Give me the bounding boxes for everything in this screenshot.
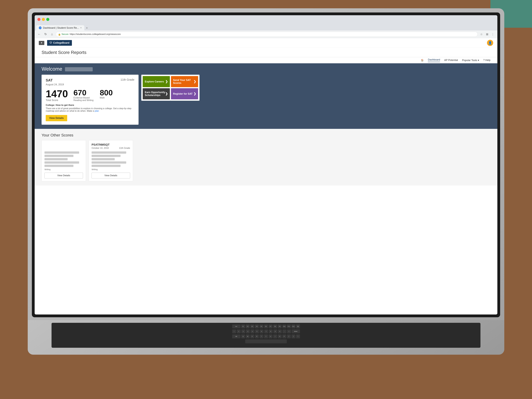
writing-label-2: Writing <box>92 168 130 171</box>
key-y: Y <box>264 335 268 338</box>
explore-careers-label: Explore Careers <box>145 80 164 83</box>
scores-row: 1470 Total Score 670 Evidence-Based Read… <box>46 89 134 102</box>
register-sat-card[interactable]: Register for SAT ❯ <box>171 88 198 99</box>
blurred-row-2 <box>44 155 73 157</box>
blurred-row-5 <box>44 165 73 167</box>
popular-tools-arrow: ▾ <box>478 59 479 62</box>
secure-badge: 🔒 Secure <box>58 33 69 36</box>
key-esc: esc <box>232 324 241 328</box>
popular-tools-label: Popular Tools <box>462 59 477 62</box>
maximize-traffic-light[interactable] <box>46 18 49 21</box>
address-bar[interactable]: 🔒 Secure https://studentscores.collegebo… <box>56 32 478 37</box>
earn-opportunity-card[interactable]: Earn Opportunity Scholarships ❯ <box>143 88 170 99</box>
other-score-card-1: Writing View Details <box>42 140 86 181</box>
other-score-card-1-grade <box>82 147 83 149</box>
writing-label-1: Writing <box>44 168 83 171</box>
welcome-name-blurred <box>65 67 93 71</box>
key-space <box>245 339 287 343</box>
college-plan-link[interactable]: plan <box>95 110 99 112</box>
key-q: Q <box>241 335 245 338</box>
register-sat-arrow: ❯ <box>194 92 196 95</box>
refresh-button[interactable]: ↻ <box>43 32 48 37</box>
cb-shield-icon: 🛡 <box>50 41 52 44</box>
score-card-container: SAT 11th Grade August 24, 2019 1470 Tota… <box>42 75 490 125</box>
key-2: 2 <box>241 329 245 333</box>
close-traffic-light[interactable] <box>38 18 40 21</box>
key-o: O <box>278 335 282 338</box>
other-scores-section: Your Other Scores <box>35 129 497 185</box>
psat-blurred-row-2 <box>92 155 120 157</box>
key-f5: F5 <box>260 324 263 328</box>
menu-icon[interactable]: ⋮ <box>490 32 495 37</box>
tab-favicon: CB <box>39 26 42 29</box>
key-f9: F9 <box>278 324 282 328</box>
key-f8: F8 <box>273 324 277 328</box>
key-f7: F7 <box>269 324 272 328</box>
explore-careers-card[interactable]: Explore Careers ❯ <box>143 76 170 87</box>
laptop-keyboard-area: esc F1 F2 F3 F4 F5 F6 F7 F8 F9 F10 F11 F… <box>28 320 504 355</box>
sat-grade: 11th Grade <box>120 78 134 81</box>
dashboard-nav-link[interactable]: Dashboard <box>428 58 440 62</box>
user-icon: 👤 <box>488 41 492 45</box>
key-t: T <box>260 335 263 338</box>
extension-icon[interactable]: ⊞ <box>485 32 490 37</box>
home-button[interactable]: ⌂ <box>50 32 54 37</box>
key-tab: tab <box>232 335 241 338</box>
key-w: W <box>246 335 250 338</box>
other-score-card-2: PSAT/NMSQT October 10, 2018 11th Grade W… <box>89 140 133 181</box>
page-title-bar: Student Score Reports <box>35 48 497 57</box>
send-sat-scores-card[interactable]: Send Your SAT Scores ❯ <box>171 76 198 87</box>
key-f12: F12 <box>291 324 295 328</box>
keyboard-row-space <box>53 339 479 343</box>
key-power: ⏻ <box>296 324 300 328</box>
blurred-row-1 <box>44 152 79 154</box>
lock-icon: 🔒 <box>58 33 61 36</box>
key-lbracket: [ <box>287 335 291 338</box>
key-minus: - <box>283 329 286 333</box>
keyboard-row-3: tab Q W E R T Y U I O P [ ] \ <box>53 335 479 338</box>
help-nav-link[interactable]: ? Help <box>483 59 490 62</box>
tab-bar: CB Dashboard | Student Score Re... × + <box>35 24 497 31</box>
os-chrome-bar <box>35 15 497 24</box>
cb-dropdown-button[interactable]: ▼ <box>39 41 44 45</box>
url-text: https://studentscores.collegeboard.org/v… <box>70 33 121 36</box>
tab-close-button[interactable]: × <box>80 27 82 29</box>
new-tab-button[interactable]: + <box>84 25 89 31</box>
send-sat-scores-label: Send Your SAT Scores <box>173 79 194 84</box>
key-delete: delete <box>292 329 300 333</box>
send-sat-scores-arrow: ❯ <box>194 80 196 83</box>
erw-score-label: Evidence-Based Reading and Writing <box>73 97 94 101</box>
page-content: ▼ 🛡 CollegeBoard 👤 Student Score Reports <box>35 38 497 315</box>
blurred-row-4 <box>44 161 79 164</box>
key-f6: F6 <box>264 324 268 328</box>
key-r: R <box>255 335 259 338</box>
minimize-traffic-light[interactable] <box>42 18 45 21</box>
erw-score-number: 670 <box>73 89 94 97</box>
key-f2: F2 <box>246 324 250 328</box>
home-icon: 🏠 <box>421 59 424 62</box>
key-tilde: ~ <box>232 329 236 333</box>
math-score-block: 800 Math <box>100 89 113 99</box>
other-scores-grid: Writing View Details PSAT/NMSQT October … <box>42 140 490 181</box>
back-button[interactable]: ← <box>37 32 42 37</box>
key-f11: F11 <box>287 324 291 328</box>
other-scores-title: Your Other Scores <box>42 133 490 137</box>
key-p: P <box>282 335 286 338</box>
popular-tools-nav-link[interactable]: Popular Tools ▾ <box>462 59 479 62</box>
key-e: E <box>250 335 254 338</box>
bookmark-star-icon[interactable]: ☆ <box>479 32 484 37</box>
key-backslash: \ <box>296 335 300 338</box>
ap-potential-nav-link[interactable]: AP Potential <box>444 59 458 62</box>
key-8: 8 <box>269 329 273 333</box>
active-browser-tab[interactable]: CB Dashboard | Student Score Re... × <box>36 25 84 31</box>
action-cards-grid: Explore Careers ❯ Send Your SAT Scores ❯… <box>141 75 200 101</box>
college-info: College: How to get there There are a lo… <box>46 104 134 112</box>
other-score-card-2-meta: October 10, 2018 11th Grade <box>92 147 130 149</box>
other-score-card-1-view-details[interactable]: View Details <box>44 173 83 178</box>
key-f3: F3 <box>250 324 254 328</box>
user-avatar[interactable]: 👤 <box>487 40 493 46</box>
key-f10: F10 <box>282 324 286 328</box>
sat-view-details-button[interactable]: View Details <box>46 115 67 121</box>
keyboard: esc F1 F2 F3 F4 F5 F6 F7 F8 F9 F10 F11 F… <box>51 323 481 348</box>
other-score-card-2-view-details[interactable]: View Details <box>92 173 130 178</box>
